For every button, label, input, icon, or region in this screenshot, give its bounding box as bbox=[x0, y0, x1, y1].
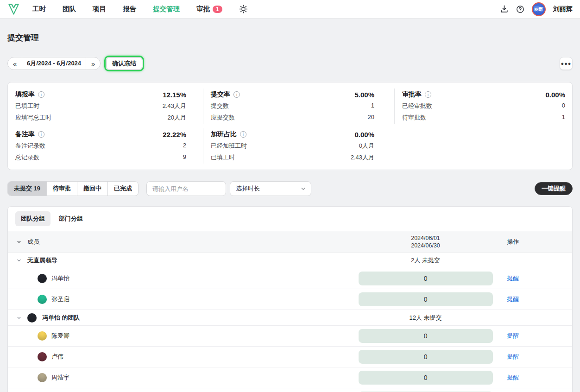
filters-row: 未提交 19待审批撤回中已完成 选择时长 一键提醒 bbox=[7, 181, 573, 196]
stat-head: 审批率i0.00% bbox=[402, 90, 565, 99]
stat-subrow-label: 应提交数 bbox=[211, 114, 235, 122]
hours-value-pill: 0 bbox=[359, 329, 493, 343]
settings-gear-icon[interactable] bbox=[239, 5, 248, 13]
collapse-group-icon[interactable] bbox=[16, 315, 22, 321]
remind-link[interactable]: 提醒 bbox=[507, 275, 519, 282]
stat-label: 填报率 bbox=[15, 90, 35, 99]
remind-all-button[interactable]: 一键提醒 bbox=[535, 182, 573, 195]
status-tab[interactable]: 撤回中 bbox=[77, 182, 107, 196]
download-icon[interactable] bbox=[500, 5, 509, 13]
member-name: 周浩宇 bbox=[51, 373, 69, 382]
grouping-tab[interactable]: 部门分组 bbox=[53, 211, 88, 226]
confirm-freeze-button[interactable]: 确认冻结 bbox=[106, 57, 142, 70]
user-name: 刘丽辉 bbox=[553, 5, 573, 13]
nav-item[interactable]: 审批1 bbox=[196, 5, 222, 13]
remind-link[interactable]: 提醒 bbox=[507, 296, 519, 303]
username-search-input[interactable] bbox=[146, 181, 226, 196]
row-value-cell: 2人 未提交 bbox=[351, 256, 500, 265]
nav-item[interactable]: 项目 bbox=[93, 5, 106, 13]
avatar bbox=[27, 313, 37, 322]
status-tab[interactable]: 未提交 19 bbox=[8, 182, 46, 196]
remind-link[interactable]: 提醒 bbox=[507, 332, 519, 339]
nav-item[interactable]: 团队 bbox=[63, 5, 76, 13]
stat-subrow-value: 2 bbox=[183, 142, 186, 150]
app-logo-icon[interactable] bbox=[7, 3, 20, 16]
stat-subrow-label: 备注记录数 bbox=[15, 142, 45, 150]
row-value-cell: 12人 未提交 bbox=[351, 314, 500, 322]
nav-item[interactable]: 报告 bbox=[123, 5, 136, 13]
stat-subrow: 总记录数9 bbox=[15, 153, 186, 162]
stat-subrow-label: 已填工时 bbox=[211, 153, 235, 162]
prev-period-button[interactable]: « bbox=[8, 57, 22, 70]
info-icon[interactable]: i bbox=[240, 131, 246, 138]
nav-item[interactable]: 工时 bbox=[32, 5, 46, 13]
remind-link[interactable]: 提醒 bbox=[507, 374, 519, 381]
duration-select[interactable]: 选择时长 bbox=[230, 181, 311, 196]
date-range-start: 2024/06/01 bbox=[411, 234, 440, 242]
stat-subrow: 待审批数1 bbox=[402, 114, 565, 122]
avatar bbox=[38, 373, 47, 382]
member-row: 卢伟0提醒 bbox=[8, 347, 572, 367]
row-member-cell: 周浩宇 bbox=[8, 373, 351, 382]
user-avatar[interactable]: 丽辉 bbox=[532, 2, 546, 16]
status-tab[interactable]: 已完成 bbox=[107, 182, 138, 196]
more-actions-button[interactable]: ●●● bbox=[560, 57, 573, 70]
top-nav-bar: 工时团队项目报告提交管理审批1 丽辉 刘丽辉 bbox=[0, 0, 580, 19]
stat-subrow: 应填写总工时20人月 bbox=[15, 114, 186, 122]
row-member-cell: 张圣启 bbox=[8, 295, 351, 304]
approval-count-badge: 1 bbox=[213, 6, 222, 13]
row-member-cell: 冯单怡 bbox=[8, 274, 351, 283]
period-pager: « 6月/2024 - 6月/2024 » bbox=[7, 57, 101, 70]
stat-value: 22.22% bbox=[163, 131, 186, 139]
row-action-cell: 提醒 bbox=[500, 295, 572, 303]
help-icon[interactable] bbox=[516, 5, 524, 13]
group-summary: 2人 未提交 bbox=[411, 256, 440, 265]
stat-subrow-label: 应填写总工时 bbox=[15, 114, 51, 122]
submissions-table-card: 团队分组部门分组 成员 2024/06/01 2024/06/30 操作 无直属… bbox=[7, 206, 573, 392]
table-body: 无直属领导2人 未提交冯单怡0提醒张圣启0提醒冯单怡 的团队12人 未提交陈爱卿… bbox=[8, 253, 572, 392]
info-icon[interactable]: i bbox=[38, 91, 44, 98]
toolbar: « 6月/2024 - 6月/2024 » 确认冻结 ●●● bbox=[7, 56, 573, 71]
stat-block: 加班占比i0.00%已经加班工时0人月已填工时2.43人月 bbox=[203, 128, 394, 164]
info-icon[interactable]: i bbox=[233, 91, 240, 98]
period-label[interactable]: 6月/2024 - 6月/2024 bbox=[22, 57, 86, 70]
stat-subrow-label: 待审批数 bbox=[402, 114, 426, 122]
stat-subrow-label: 已经加班工时 bbox=[211, 142, 247, 150]
nav-right-section: 丽辉 刘丽辉 bbox=[500, 2, 573, 16]
table-header-row: 成员 2024/06/01 2024/06/30 操作 bbox=[8, 231, 572, 253]
stat-subrow-label: 提交数 bbox=[211, 102, 229, 110]
collapse-group-icon[interactable] bbox=[16, 258, 22, 263]
info-icon[interactable]: i bbox=[425, 91, 431, 98]
member-row: 冯单怡0提醒 bbox=[8, 268, 572, 289]
member-column-header: 成员 bbox=[27, 238, 39, 246]
stat-subrow: 已填工时2.43人月 bbox=[211, 153, 374, 162]
row-action-cell: 提醒 bbox=[500, 274, 572, 283]
row-value-cell: 0 bbox=[351, 350, 500, 364]
status-tab[interactable]: 待审批 bbox=[46, 182, 77, 196]
stat-head: 填报率i12.15% bbox=[15, 90, 186, 99]
info-icon[interactable]: i bbox=[38, 131, 44, 138]
stat-subrow-value: 1 bbox=[371, 102, 374, 110]
nav-item-label: 提交管理 bbox=[153, 5, 180, 13]
stat-subrow-value: 2.43人月 bbox=[351, 153, 374, 162]
stat-subrow-value: 20 bbox=[368, 114, 374, 122]
row-member-cell: 冯单怡 的团队 bbox=[8, 313, 351, 322]
next-period-button[interactable]: » bbox=[86, 57, 100, 70]
nav-item[interactable]: 提交管理 bbox=[153, 5, 180, 13]
stat-subrow-value: 0人月 bbox=[359, 142, 374, 150]
stat-subrow-value: 9 bbox=[183, 153, 186, 162]
member-row: 张圣启0提醒 bbox=[8, 289, 572, 310]
row-action-cell: 提醒 bbox=[500, 332, 572, 340]
collapse-all-icon[interactable] bbox=[16, 239, 22, 245]
page-title: 提交管理 bbox=[7, 32, 573, 43]
grouping-tab[interactable]: 团队分组 bbox=[15, 211, 50, 226]
hours-value-pill: 0 bbox=[359, 371, 493, 385]
stat-value: 0.00% bbox=[545, 91, 565, 99]
stat-subrow: 已经加班工时0人月 bbox=[211, 142, 374, 150]
group-row: 冯单怡 的团队12人 未提交 bbox=[8, 310, 572, 326]
remind-link[interactable]: 提醒 bbox=[507, 353, 519, 360]
chevron-down-icon bbox=[300, 186, 306, 192]
row-value-cell: 0 bbox=[351, 292, 500, 306]
stat-label: 审批率 bbox=[402, 90, 422, 99]
stat-label: 备注率 bbox=[15, 130, 35, 139]
